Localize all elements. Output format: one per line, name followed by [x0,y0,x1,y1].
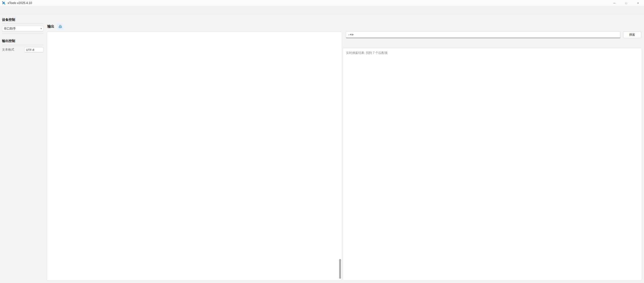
divider [2,45,43,45]
tool-type-value: 串口助手 [4,27,16,31]
chevron-down-icon: ▾ [40,27,42,30]
log-output-area[interactable] [47,32,342,281]
output-header: 输出 [47,24,63,30]
sidebar: 设备控制 串口助手 ▾ 输出控制 文本格式 UTF-8 [0,14,45,283]
window-controls: ─□× [608,0,644,6]
window-title: xTools v2025.4.10 [8,1,32,5]
log-scrollbar-thumb[interactable] [339,259,341,279]
clear-output-button[interactable] [57,24,63,30]
divider [2,24,43,24]
search-input[interactable] [346,31,620,38]
close-button[interactable]: × [632,0,644,6]
text-format-label: 文本格式 [2,48,24,52]
menu-bar [0,6,644,14]
titlebar: xTools v2025.4.10 ─□× [0,0,644,6]
minimize-button[interactable]: ─ [608,0,620,6]
device-control-header: 设备控制 [2,17,43,22]
search-results-panel[interactable]: 实时搜索结果: 找到 7 个匹配项 [343,48,642,281]
search-button[interactable]: 搜索 [623,31,641,38]
clear-output-icon [58,25,62,29]
app-logo-icon [2,1,6,5]
maximize-button[interactable]: □ [620,0,632,6]
output-control-header: 输出控制 [2,39,43,43]
output-title: 输出 [47,24,54,29]
divider [2,33,43,34]
text-format-row: 文本格式 UTF-8 [2,47,43,52]
search-summary: 实时搜索结果: 找到 7 个匹配项 [346,51,639,55]
text-format-select[interactable]: UTF-8 [24,47,43,52]
tool-type-select[interactable]: 串口助手 ▾ [2,26,43,31]
